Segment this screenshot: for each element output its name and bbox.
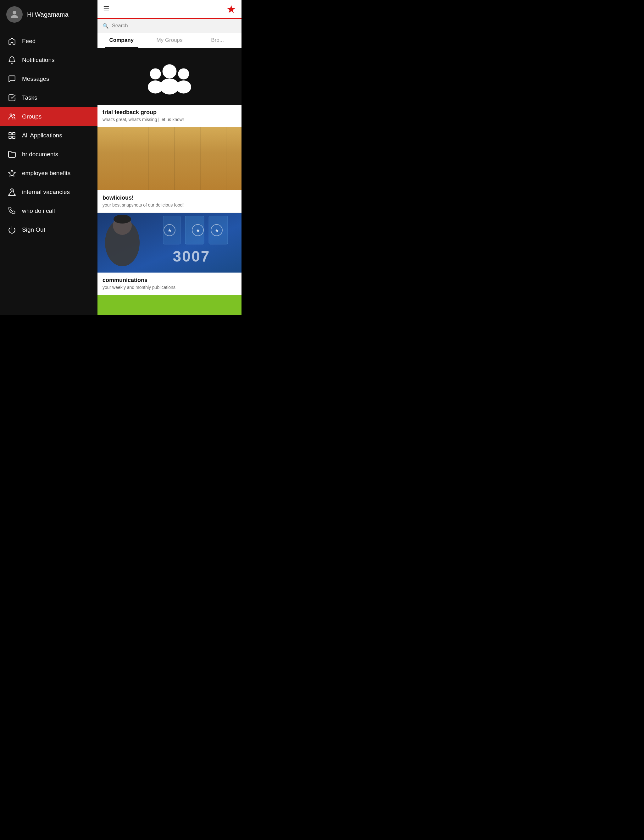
sidebar-item-notifications-label: Notifications xyxy=(22,57,55,64)
tabs: Company My Groups Bro... xyxy=(97,33,242,48)
sidebar-item-who-do-i-call[interactable]: who do i call xyxy=(0,202,97,220)
search-bar: 🔍 xyxy=(97,19,242,33)
svg-point-1 xyxy=(10,114,12,116)
svg-point-0 xyxy=(13,11,16,15)
menu-button[interactable]: ☰ xyxy=(103,5,109,13)
svg-point-12 xyxy=(148,80,163,94)
bell-icon xyxy=(8,56,16,64)
home-icon xyxy=(8,37,16,46)
sidebar-header: Hi Wagamama xyxy=(0,0,97,29)
group-name-trial-feedback: trial feedback group xyxy=(102,109,237,116)
sidebar-item-groups-label: Groups xyxy=(22,113,41,120)
star-icon xyxy=(8,169,16,178)
power-icon xyxy=(8,225,16,234)
group-image-communications: ★ ★ ★ 3007 xyxy=(97,213,242,272)
svg-rect-21 xyxy=(144,158,148,177)
svg-rect-38 xyxy=(163,216,181,244)
sidebar-item-tasks-label: Tasks xyxy=(22,94,38,101)
group-image-bowlicious xyxy=(97,127,242,190)
search-icon: 🔍 xyxy=(102,23,109,29)
group-card-communications[interactable]: ★ ★ ★ 3007 communications your weekly an… xyxy=(97,213,242,295)
svg-rect-26 xyxy=(160,152,164,174)
sidebar-item-hr-documents[interactable]: hr documents xyxy=(0,145,97,164)
svg-point-13 xyxy=(178,68,189,79)
tab-browse[interactable]: Bro... xyxy=(193,33,242,48)
group-card-trial-feedback[interactable]: trial feedback group what's great, what'… xyxy=(97,48,242,127)
svg-rect-15 xyxy=(97,127,242,190)
svg-marker-7 xyxy=(8,170,15,176)
group-desc-trial-feedback: what's great, what's missing | let us kn… xyxy=(102,117,237,122)
sidebar-item-tasks[interactable]: Tasks xyxy=(0,89,97,107)
group-desc-communications: your weekly and monthly publications xyxy=(102,285,237,290)
sidebar-item-who-do-i-call-label: who do i call xyxy=(22,207,55,214)
search-input[interactable] xyxy=(112,23,237,29)
svg-rect-6 xyxy=(13,136,15,139)
brand-logo: ★ xyxy=(227,3,236,15)
sidebar-item-notifications[interactable]: Notifications xyxy=(0,51,97,69)
group-desc-bowlicious: your best snapshots of our delicious foo… xyxy=(102,202,237,207)
group-name-communications: communications xyxy=(102,277,237,284)
sidebar-item-groups[interactable]: Groups xyxy=(0,107,97,126)
sidebar-item-all-applications[interactable]: All Applications xyxy=(0,126,97,145)
chef-icon xyxy=(8,188,16,197)
svg-point-2 xyxy=(13,115,15,116)
folder-icon xyxy=(8,150,16,159)
group-card-bowlicious[interactable]: bowlicious! your best snapshots of our d… xyxy=(97,127,242,213)
svg-rect-3 xyxy=(9,132,12,135)
svg-text:★: ★ xyxy=(168,228,172,233)
svg-rect-30 xyxy=(214,146,217,171)
sidebar-item-all-apps-label: All Applications xyxy=(22,132,62,139)
sidebar-nav: Feed Notifications Messages Tasks xyxy=(0,29,97,315)
sidebar-item-sign-out-label: Sign Out xyxy=(22,226,45,233)
groups-list: trial feedback group what's great, what'… xyxy=(97,48,242,315)
top-bar: ☰ ★ xyxy=(97,0,242,19)
sidebar-username: Hi Wagamama xyxy=(27,11,69,18)
svg-rect-28 xyxy=(145,159,201,162)
task-icon xyxy=(8,94,16,102)
svg-point-47 xyxy=(113,215,131,223)
svg-point-9 xyxy=(163,64,177,79)
svg-rect-27 xyxy=(200,152,204,174)
sidebar-item-sign-out[interactable]: Sign Out xyxy=(0,220,97,239)
green-card xyxy=(97,295,242,315)
sidebar-item-messages[interactable]: Messages xyxy=(0,69,97,89)
svg-rect-32 xyxy=(110,149,119,156)
sidebar-item-employee-benefits-label: employee benefits xyxy=(22,170,71,177)
svg-point-14 xyxy=(176,80,191,94)
grid-icon xyxy=(8,131,16,140)
sidebar-item-internal-vacancies[interactable]: internal vacancies xyxy=(0,183,97,202)
message-icon xyxy=(8,74,16,83)
phone-icon xyxy=(8,207,16,215)
svg-rect-29 xyxy=(204,141,242,146)
svg-text:★: ★ xyxy=(196,228,200,233)
group-image-trial-feedback xyxy=(97,48,242,105)
sidebar-item-hr-docs-label: hr documents xyxy=(22,151,58,158)
svg-text:★: ★ xyxy=(215,228,219,233)
group-name-bowlicious: bowlicious! xyxy=(102,195,237,201)
svg-rect-33 xyxy=(122,148,130,156)
svg-rect-19 xyxy=(97,153,154,158)
avatar xyxy=(6,6,23,23)
group-info-communications: communications your weekly and monthly p… xyxy=(97,272,242,295)
sidebar-item-messages-label: Messages xyxy=(22,75,49,82)
svg-point-11 xyxy=(150,68,161,79)
main-content: ☰ ★ 🔍 Company My Groups Bro... xyxy=(97,0,242,315)
svg-rect-25 xyxy=(148,146,210,152)
sidebar: Hi Wagamama Feed Notifications Messages xyxy=(0,0,97,315)
svg-rect-36 xyxy=(185,216,204,244)
sidebar-item-feed-label: Feed xyxy=(22,38,36,44)
groups-icon xyxy=(8,112,16,121)
sidebar-item-employee-benefits[interactable]: employee benefits xyxy=(0,164,97,183)
sidebar-item-internal-vacancies-label: internal vacancies xyxy=(22,189,70,195)
tab-my-groups[interactable]: My Groups xyxy=(146,33,194,48)
tab-company[interactable]: Company xyxy=(97,33,146,48)
svg-rect-23 xyxy=(100,169,104,178)
svg-text:3007: 3007 xyxy=(173,248,210,265)
svg-rect-5 xyxy=(9,136,12,139)
group-info-bowlicious: bowlicious! your best snapshots of our d… xyxy=(97,190,242,213)
svg-rect-4 xyxy=(13,132,15,135)
svg-rect-24 xyxy=(135,169,138,178)
sidebar-item-feed[interactable]: Feed xyxy=(0,32,97,51)
svg-rect-20 xyxy=(104,158,107,177)
svg-rect-22 xyxy=(97,165,145,169)
